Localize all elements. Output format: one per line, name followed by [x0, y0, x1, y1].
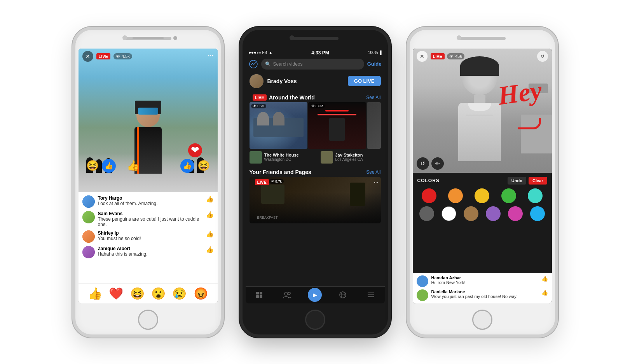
wh-image	[250, 102, 307, 149]
comment-name-2: Sam Evans	[98, 211, 203, 216]
user-avatar	[250, 74, 264, 88]
clear-button[interactable]: Clear	[529, 177, 547, 185]
p1-reaction-bar: 👍 ❤️ 😆 😮 😢 😡	[79, 283, 218, 303]
phone-2-screen: FB ▲ 4:33 PM 100% ▐ 🔍 Search videos	[246, 49, 385, 303]
nav-people-icon[interactable]	[280, 288, 294, 302]
around-world-see-all[interactable]: See All	[366, 95, 380, 100]
color-gray[interactable]	[419, 206, 434, 221]
color-green[interactable]	[501, 188, 516, 203]
nav-play-button[interactable]: ▶	[308, 288, 322, 302]
p2-big-video[interactable]: BREAKFAST LIVE 👁 8.7k ···	[250, 177, 381, 223]
dot-2	[251, 52, 253, 54]
nav-menu-icon[interactable]	[364, 288, 378, 302]
p3-flip-button[interactable]: ↺	[537, 51, 548, 62]
p3-pen-tool[interactable]: ✏	[431, 157, 444, 170]
comment-content-2: Sam Evans These penguins are so cute! I …	[98, 211, 203, 227]
comment-name-1: Tory Hargo	[98, 195, 203, 201]
channel-details-jay: Jay Stakelton Los Angeles CA	[335, 153, 363, 162]
go-live-button[interactable]: GO LIVE	[348, 76, 381, 86]
p2-video-grid: 👁 1.5M 👁 3.6M	[246, 102, 385, 149]
friends-pages-title: Your Friends and Pages	[250, 169, 366, 175]
color-purple[interactable]	[486, 206, 501, 221]
battery-indicator: 100%	[368, 51, 378, 55]
nav-globe-icon[interactable]	[336, 288, 350, 302]
p3-viewers: 👁 456	[447, 53, 464, 59]
reaction-thumb-float: 👍	[102, 159, 116, 173]
hey-text: Hey	[496, 77, 544, 109]
p3-top-bar: ✕ LIVE 👁 456 ↺	[413, 49, 552, 64]
channel-divider	[313, 151, 314, 164]
search-bar[interactable]: 🔍 Search videos	[261, 59, 364, 70]
comment-avatar-2	[82, 211, 95, 223]
color-pink[interactable]	[508, 206, 523, 221]
video-thumb-1[interactable]: 👁 1.5M	[250, 102, 307, 149]
guide-button[interactable]: Guide	[367, 61, 382, 67]
messenger-icon[interactable]	[249, 59, 258, 69]
color-blue[interactable]	[530, 206, 545, 221]
comment-avatar-4	[82, 246, 95, 258]
wifi-icon: ▲	[269, 51, 272, 55]
p3-rotate-tool[interactable]: ↺	[417, 157, 429, 170]
phone-2-home-button[interactable]	[305, 310, 325, 330]
color-red[interactable]	[422, 188, 436, 203]
react-angry[interactable]: 😡	[194, 287, 208, 300]
p3-comment-name-2: Daniella Mariane	[431, 289, 538, 294]
comment-text-3: You must be so cold!	[98, 236, 203, 241]
friends-see-all[interactable]: See All	[366, 169, 380, 175]
channel-info-2: Jay Stakelton Los Angeles CA	[321, 151, 381, 164]
p1-close-button[interactable]: ✕	[82, 51, 93, 62]
status-time: 4:33 PM	[272, 50, 368, 56]
p3-comment-row-2: Daniella Mariane Wow you just ran past m…	[417, 289, 548, 301]
phone-3-home-button[interactable]	[472, 310, 492, 330]
color-orange[interactable]	[448, 188, 463, 203]
concert-lights	[325, 110, 349, 111]
reaction-laugh: 😆	[86, 160, 99, 172]
comment-row-2: Sam Evans These penguins are so cute! I …	[82, 211, 214, 227]
channel-thumb-jay	[321, 151, 333, 164]
undo-button[interactable]: Undo	[508, 177, 526, 185]
react-thumb[interactable]: 👍	[88, 287, 102, 300]
comment-like-3[interactable]: 👍	[206, 230, 214, 238]
phone-1-home-button[interactable]	[138, 310, 158, 330]
p3-like-1[interactable]: 👍	[541, 275, 548, 282]
nav-grid-icon[interactable]	[252, 288, 266, 302]
react-wow[interactable]: 😮	[151, 287, 166, 300]
phone-1: ✕ LIVE 👁 4.5k ··· 😆 👍 👍 👍 😆	[72, 27, 224, 338]
comment-row-1: Tory Hargo Look at all of them. Amazing.…	[82, 195, 214, 208]
comment-row-4: Zanique Albert Hahaha this is amazing. 👍	[82, 246, 214, 258]
comment-like-2[interactable]: 👍	[206, 211, 214, 218]
color-brown[interactable]	[464, 206, 478, 221]
p3-like-2[interactable]: 👍	[541, 289, 548, 296]
dot-4	[257, 52, 258, 54]
react-laugh[interactable]: 😆	[130, 287, 145, 300]
comment-row-3: Shirley Ip You must be so cold! 👍	[82, 230, 214, 243]
p1-viewers: 👁 4.5k	[113, 53, 132, 59]
comment-like-1[interactable]: 👍	[206, 195, 214, 203]
comment-text-4: Hahaha this is amazing.	[98, 251, 203, 257]
svg-rect-2	[260, 292, 262, 294]
p1-top-bar: ✕ LIVE 👁 4.5k ···	[79, 49, 218, 64]
video-thumb-3[interactable]	[367, 102, 381, 149]
color-white[interactable]	[442, 206, 456, 221]
comment-like-4[interactable]: 👍	[206, 246, 214, 253]
p1-live-badge: LIVE	[96, 53, 110, 59]
around-world-title: Around the World	[269, 94, 366, 101]
comment-avatar-1	[82, 195, 95, 208]
react-sad[interactable]: 😢	[172, 287, 187, 300]
video-thumb-2[interactable]: 👁 3.6M	[308, 102, 366, 149]
channel-loc-jay: Los Angeles CA	[335, 157, 363, 162]
big-video-more[interactable]: ···	[374, 179, 379, 185]
color-yellow[interactable]	[475, 188, 489, 203]
phone-3-screen: Hey ✕ LIVE 👁 456 ↺ ↺ ✏	[413, 49, 552, 303]
svg-rect-4	[260, 295, 262, 298]
comment-content-4: Zanique Albert Hahaha this is amazing.	[98, 246, 203, 257]
p3-comment-content-2: Daniella Mariane Wow you just ran past m…	[431, 289, 538, 299]
concert-image	[308, 102, 366, 149]
svg-point-6	[288, 292, 290, 294]
color-teal[interactable]	[528, 188, 543, 203]
p1-more-button[interactable]: ···	[208, 52, 213, 60]
react-heart[interactable]: ❤️	[109, 287, 123, 300]
svg-rect-3	[256, 295, 259, 298]
p3-close-button[interactable]: ✕	[417, 51, 428, 62]
big-video-bg: BREAKFAST	[250, 177, 381, 223]
